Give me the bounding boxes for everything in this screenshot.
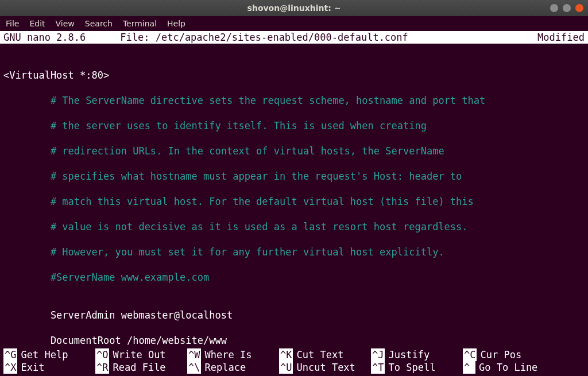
nano-header: GNU nano 2.8.6 File: /etc/apache2/sites-…: [0, 31, 588, 44]
menu-search[interactable]: Search: [85, 19, 113, 28]
shortcut-justify[interactable]: ^JJustify: [371, 348, 463, 361]
code-line: # redirection URLs. In the context of vi…: [3, 145, 585, 157]
menu-edit[interactable]: Edit: [29, 19, 45, 28]
minimize-icon[interactable]: [550, 4, 558, 12]
window-title: shovon@linuxhint: ~: [247, 3, 341, 13]
shortcut-desc: Write Out: [113, 348, 165, 361]
close-icon[interactable]: [575, 4, 583, 12]
shortcut-cut-text[interactable]: ^KCut Text: [279, 348, 371, 361]
shortcut-row: ^XExit ^RRead File ^\Replace ^UUncut Tex…: [3, 361, 585, 374]
window-controls: [550, 4, 583, 12]
key-label: ^R: [95, 361, 109, 374]
shortcut-read-file[interactable]: ^RRead File: [95, 361, 187, 374]
window-titlebar: shovon@linuxhint: ~: [0, 0, 588, 16]
code-line: # value is not decisive as it is used as…: [3, 220, 585, 233]
shortcut-get-help[interactable]: ^GGet Help: [3, 348, 95, 361]
code-line: DocumentRoot /home/website/www: [3, 334, 585, 347]
shortcut-replace[interactable]: ^\Replace: [187, 361, 279, 374]
shortcut-desc: Read File: [113, 361, 165, 374]
shortcut-desc: Go To Line: [479, 361, 537, 374]
key-label: ^U: [279, 361, 293, 374]
code-line: # specifies what hostname must appear in…: [3, 170, 585, 183]
code-line: <VirtualHost *:80>: [3, 69, 585, 82]
shortcut-desc: Cut Text: [296, 348, 343, 361]
nano-file: File: /etc/apache2/sites-enabled/000-def…: [120, 32, 537, 43]
key-label: ^W: [187, 348, 201, 361]
shortcut-write-out[interactable]: ^OWrite Out: [95, 348, 187, 361]
key-label: ^X: [3, 361, 17, 374]
editor-area[interactable]: <VirtualHost *:80> # The ServerName dire…: [0, 56, 588, 376]
shortcut-desc: To Spell: [388, 361, 435, 374]
code-line: # match this virtual host. For the defau…: [3, 195, 585, 208]
shortcut-exit[interactable]: ^XExit: [3, 361, 95, 374]
key-label: ^G: [3, 348, 17, 361]
code-line: # the server uses to identify itself. Th…: [3, 119, 585, 132]
shortcut-where-is[interactable]: ^WWhere Is: [187, 348, 279, 361]
key-label: ^J: [371, 348, 385, 361]
code-line: # However, you must set it for any furth…: [3, 246, 585, 258]
maximize-icon[interactable]: [563, 4, 571, 12]
shortcut-desc: Justify: [388, 348, 430, 361]
code-line: #ServerName www.example.com: [3, 271, 585, 284]
shortcut-cur-pos[interactable]: ^CCur Pos: [463, 348, 555, 361]
key-label: ^: [463, 361, 475, 374]
key-label: ^O: [95, 348, 109, 361]
shortcut-to-spell[interactable]: ^TTo Spell: [371, 361, 463, 374]
menubar: File Edit View Search Terminal Help: [0, 16, 588, 31]
code-line: ServerAdmin webmaster@localhost: [3, 309, 585, 321]
menu-help[interactable]: Help: [167, 19, 185, 28]
nano-version: GNU nano 2.8.6: [3, 32, 120, 43]
shortcut-desc: Uncut Text: [296, 361, 355, 374]
nano-status: Modified: [537, 32, 585, 43]
key-label: ^C: [463, 348, 477, 361]
shortcut-uncut-text[interactable]: ^UUncut Text: [279, 361, 371, 374]
shortcut-desc: Get Help: [21, 348, 68, 361]
menu-terminal[interactable]: Terminal: [123, 19, 157, 28]
menu-file[interactable]: File: [6, 19, 19, 28]
key-label: ^T: [371, 361, 385, 374]
shortcut-go-to-line[interactable]: ^ Go To Line: [463, 361, 555, 374]
shortcut-desc: Exit: [21, 361, 44, 374]
menu-view[interactable]: View: [56, 19, 75, 28]
shortcut-desc: Cur Pos: [480, 348, 521, 361]
key-label: ^\: [187, 361, 201, 374]
shortcut-desc: Where Is: [204, 348, 252, 361]
code-line: # The ServerName directive sets the requ…: [3, 94, 585, 107]
shortcut-row: ^GGet Help ^OWrite Out ^WWhere Is ^KCut …: [3, 348, 585, 361]
shortcut-desc: Replace: [204, 361, 246, 374]
nano-shortcuts: ^GGet Help ^OWrite Out ^WWhere Is ^KCut …: [0, 348, 588, 376]
key-label: ^K: [279, 348, 293, 361]
